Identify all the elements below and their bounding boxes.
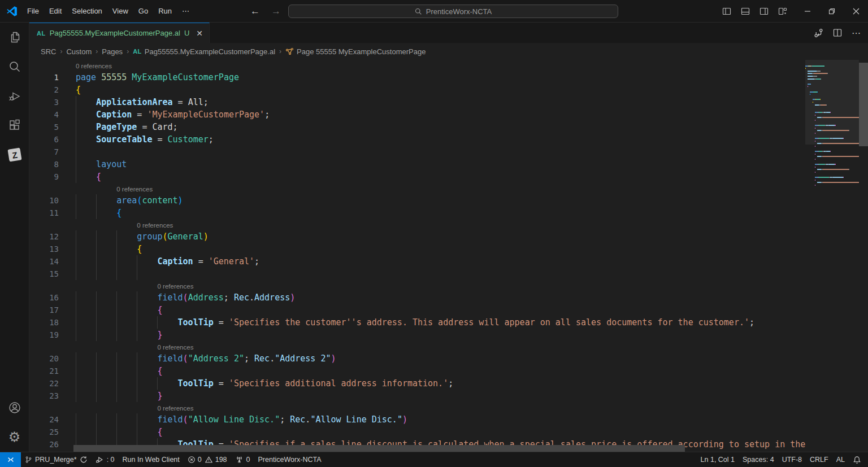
codelens-row[interactable]: 0 references <box>29 280 805 291</box>
minimize-button[interactable] <box>795 0 819 23</box>
language-mode[interactable]: AL <box>832 452 849 467</box>
menu-view[interactable]: View <box>107 3 133 19</box>
line-number[interactable]: 18 <box>29 316 76 329</box>
environment-status[interactable]: PrenticeWorx-NCTA <box>254 452 326 467</box>
menu-selection[interactable]: Selection <box>67 3 107 19</box>
codelens-row[interactable]: 0 references <box>29 60 805 71</box>
line-number[interactable]: 4 <box>29 108 76 121</box>
menu-run[interactable]: Run <box>153 3 177 19</box>
line-number[interactable] <box>29 402 76 413</box>
restore-button[interactable] <box>819 0 844 23</box>
line-number[interactable] <box>29 219 76 230</box>
line-number[interactable]: 17 <box>29 304 76 316</box>
line-number[interactable]: 14 <box>29 255 76 268</box>
search-sidebar-icon[interactable] <box>1 52 28 81</box>
eol-status[interactable]: CRLF <box>806 452 832 467</box>
tab-active-file[interactable]: AL Pag55555.MyExampleCustomerPage.al U ✕ <box>29 23 210 43</box>
forward-arrow-icon[interactable]: → <box>271 6 281 17</box>
cursor-position[interactable]: Ln 1, Col 1 <box>697 452 739 467</box>
codelens-row[interactable]: 0 references <box>29 219 805 230</box>
code-token: group <box>137 232 162 242</box>
code-editor[interactable]: 0 references1page 55555 MyExampleCustome… <box>29 60 805 452</box>
remote-indicator[interactable] <box>0 452 21 467</box>
code-token: PageType <box>96 122 137 132</box>
notifications-bell-icon[interactable] <box>849 452 868 467</box>
horizontal-scrollbar-thumb[interactable] <box>73 445 685 452</box>
vertical-scrollbar[interactable] <box>859 60 868 452</box>
line-number[interactable]: 2 <box>29 84 76 96</box>
toggle-panel-icon[interactable] <box>741 7 750 16</box>
line-number[interactable]: 12 <box>29 230 76 243</box>
extensions-icon[interactable] <box>1 111 28 140</box>
tab-close-icon[interactable]: ✕ <box>196 29 203 38</box>
codelens-row[interactable]: 0 references <box>29 402 805 413</box>
menu-more[interactable]: ⋯ <box>177 3 194 19</box>
minimap[interactable] <box>805 60 859 452</box>
line-number[interactable]: 23 <box>29 390 76 402</box>
vertical-scrollbar-thumb[interactable] <box>859 63 868 146</box>
line-number[interactable] <box>29 341 76 352</box>
menu-edit[interactable]: Edit <box>44 3 67 19</box>
git-branch-status[interactable]: PRU_Merge* <box>21 452 92 467</box>
line-number[interactable]: 24 <box>29 413 76 426</box>
sync-icon[interactable] <box>80 456 88 464</box>
line-number[interactable]: 27 <box>29 451 76 452</box>
line-number[interactable]: 3 <box>29 96 76 108</box>
line-number[interactable]: 15 <box>29 268 76 280</box>
problems-status[interactable]: 0 198 <box>184 452 231 467</box>
debug-status[interactable]: : 0 <box>92 452 119 467</box>
run-debug-icon[interactable] <box>1 81 28 111</box>
crumb-file[interactable]: AL Pag55555.MyExampleCustomerPage.al <box>133 47 275 56</box>
line-number[interactable]: 9 <box>29 171 76 183</box>
line-number[interactable]: 6 <box>29 133 76 146</box>
run-in-web-client[interactable]: Run In Web Client <box>119 452 184 467</box>
crumb-pages[interactable]: Pages <box>102 47 123 56</box>
accounts-icon[interactable] <box>1 393 28 422</box>
crumb-src[interactable]: SRC <box>41 47 56 56</box>
back-arrow-icon[interactable]: ← <box>250 6 260 17</box>
toggle-sidebar-icon[interactable] <box>722 7 731 16</box>
indentation-status[interactable]: Spaces: 4 <box>739 452 778 467</box>
close-window-button[interactable] <box>844 0 868 23</box>
line-number[interactable]: 11 <box>29 207 76 219</box>
ports-status[interactable]: 0 <box>231 452 254 467</box>
customize-layout-icon[interactable] <box>778 7 787 16</box>
line-number[interactable]: 26 <box>29 438 76 451</box>
menu-file[interactable]: File <box>22 3 44 19</box>
codelens-row[interactable]: 0 references <box>29 341 805 352</box>
line-number[interactable]: 25 <box>29 426 76 438</box>
line-number[interactable]: 7 <box>29 146 76 158</box>
settings-gear-icon[interactable]: ⚙ <box>1 422 28 452</box>
line-number[interactable]: 13 <box>29 243 76 255</box>
split-editor-icon[interactable] <box>833 28 842 37</box>
line-number[interactable] <box>29 280 76 291</box>
more-actions-icon[interactable]: ⋯ <box>852 28 861 38</box>
line-number[interactable]: 5 <box>29 121 76 133</box>
line-number[interactable]: 8 <box>29 158 76 171</box>
line-number[interactable]: 10 <box>29 194 76 207</box>
code-token: = <box>214 317 229 328</box>
crumb-custom[interactable]: Custom <box>66 47 92 56</box>
indent-guide <box>96 390 116 402</box>
codelens-row[interactable]: 0 references <box>29 183 805 194</box>
al-object-designer-icon[interactable]: Z <box>1 140 28 169</box>
explorer-icon[interactable] <box>1 23 28 52</box>
line-number[interactable]: 20 <box>29 352 76 365</box>
horizontal-scrollbar[interactable] <box>73 445 805 452</box>
error-icon <box>188 456 196 464</box>
line-number[interactable]: 21 <box>29 365 76 377</box>
line-number[interactable]: 19 <box>29 329 76 341</box>
toggle-secondary-sidebar-icon[interactable] <box>760 7 769 16</box>
crumb-symbol[interactable]: Page 55555 MyExampleCustomerPage <box>285 47 426 56</box>
encoding-status[interactable]: UTF-8 <box>778 452 806 467</box>
line-number[interactable] <box>29 60 76 71</box>
minimap-token <box>823 156 859 157</box>
line-number[interactable]: 1 <box>29 71 76 84</box>
line-number[interactable]: 16 <box>29 291 76 304</box>
line-number[interactable]: 22 <box>29 377 76 390</box>
menu-go[interactable]: Go <box>133 3 153 19</box>
indent-guide <box>76 255 96 268</box>
line-number[interactable] <box>29 183 76 194</box>
open-changes-icon[interactable] <box>814 28 823 38</box>
command-center-search[interactable]: PrenticeWorx-NCTA <box>288 5 618 18</box>
